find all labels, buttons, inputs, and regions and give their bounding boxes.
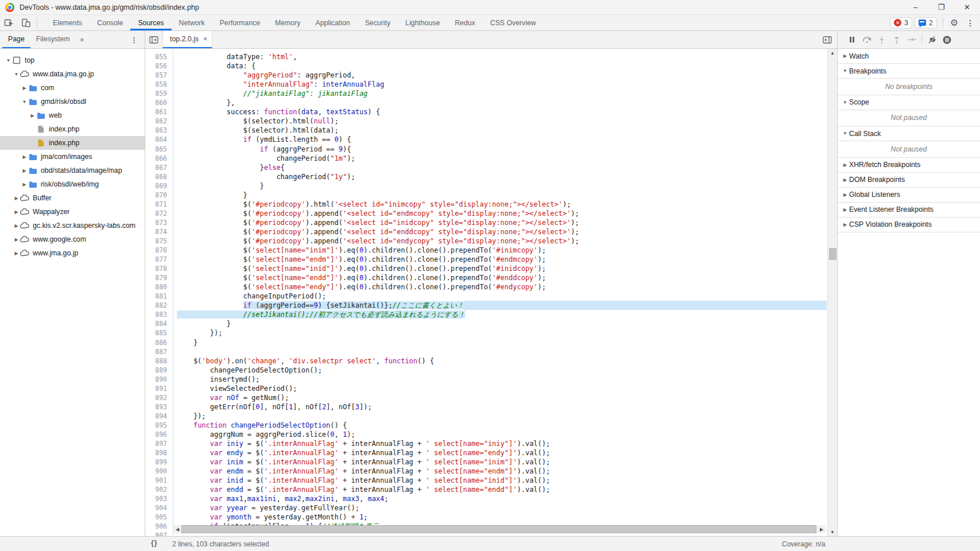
code-line[interactable]: 872 $('#periodcopy').append('<select id=… [145,209,827,218]
tree-item-top[interactable]: ▼top [0,53,145,67]
scroll-down-icon[interactable]: ▼ [828,528,837,536]
code-line[interactable]: 871 $('#periodcopy').html('<select id="i… [145,200,827,209]
line-number[interactable]: 879 [145,273,173,282]
line-number[interactable]: 868 [145,172,173,181]
section-event-listener-breakpoints[interactable]: ▶Event Listener Breakpoints [838,203,980,218]
code-line[interactable]: 885 }); [145,328,827,337]
line-number[interactable]: 881 [145,292,173,301]
tab-security[interactable]: Security [358,15,398,30]
code-line[interactable]: 861 success: function(data, textStatus) … [145,107,827,117]
code-line[interactable]: 891 viewSelectedPeriod(); [145,384,827,393]
line-number[interactable]: 899 [145,457,173,467]
line-number[interactable]: 900 [145,467,173,476]
pause-script-button[interactable] [845,33,859,46]
line-number[interactable]: 878 [145,264,173,273]
tree-expanded-icon[interactable]: ▼ [21,99,28,104]
show-drawer-icon[interactable] [818,31,837,48]
section-collapsed-icon[interactable]: ▶ [841,207,849,212]
code-line[interactable]: 880 $('select[name="endy"]').eq(0).child… [145,282,827,292]
code-line[interactable]: 890 insertymd(); [145,375,827,384]
line-number[interactable]: 905 [145,513,173,522]
line-number[interactable]: 884 [145,319,173,328]
tree-collapsed-icon[interactable]: ▶ [29,113,36,118]
section-expanded-icon[interactable]: ▼ [841,131,849,136]
tab-network[interactable]: Network [172,15,212,30]
settings-gear-icon[interactable]: ⚙ [950,17,958,28]
code-line[interactable]: 896 aggrgNum = aggrgPeriod.slice(0, 1); [145,430,827,439]
code-line[interactable]: 884 } [145,319,827,328]
step-into-button[interactable] [874,33,889,46]
line-number[interactable]: 886 [145,338,173,347]
tree-item-www-data-jma-go-jp[interactable]: ▼www.data.jma.go.jp [0,67,145,81]
tab-performance[interactable]: Performance [212,15,268,30]
close-tab-icon[interactable]: × [203,35,207,43]
tree-item-obd-stats-data-image-map[interactable]: ▶obd/stats/data/image/map [0,164,145,177]
line-number[interactable]: 876 [145,246,173,255]
line-number[interactable]: 858 [145,80,173,89]
tree-collapsed-icon[interactable]: ▶ [13,223,20,228]
tab-elements[interactable]: Elements [45,15,90,30]
code-line[interactable]: 878 $('select[name="inid"]').eq(0).child… [145,264,827,273]
line-number[interactable]: 863 [145,126,173,135]
line-number[interactable]: 855 [145,52,173,61]
code-line[interactable]: 875 $('#periodcopy').append('<select id=… [145,236,827,246]
tab-css-overview[interactable]: CSS Overview [483,15,544,30]
line-number[interactable]: 870 [145,191,173,200]
code-line[interactable]: 857 "aggrgPeriod": aggrgPeriod, [145,71,827,80]
code-line[interactable]: 902 var endd = $('.interAnnualFlag' + in… [145,485,827,494]
line-number[interactable]: 895 [145,421,173,430]
tab-sources[interactable]: Sources [130,15,171,30]
code-line[interactable]: 868 changePeriod("1y"); [145,172,827,181]
line-number[interactable]: 904 [145,503,173,513]
line-number[interactable]: 893 [145,402,173,412]
code-line[interactable]: 855 dataType: 'html', [145,52,827,61]
code-line[interactable]: 887 [145,347,827,356]
code-line[interactable]: 900 var endm = $('.interAnnualFlag' + in… [145,467,827,476]
code-line[interactable]: 898 var endy = $('.interAnnualFlag' + in… [145,448,827,457]
line-number[interactable]: 901 [145,476,173,485]
error-badge[interactable]: ✕ 3 [890,17,912,29]
line-number[interactable]: 906 [145,522,173,531]
tree-item-index-php[interactable]: index.php [0,122,145,136]
tree-item-jma-com-images[interactable]: ▶jma/com/images [0,150,145,164]
line-number[interactable]: 867 [145,163,173,172]
section-call-stack[interactable]: ▼Call Stack [838,126,980,141]
section-collapsed-icon[interactable]: ▶ [841,53,849,59]
line-number[interactable]: 857 [145,71,173,80]
tree-collapsed-icon[interactable]: ▶ [21,86,28,91]
code-line[interactable]: 864 if (ymdList.length == 0) { [145,135,827,144]
navigator-menu-icon[interactable]: ⋮ [130,31,145,48]
section-collapsed-icon[interactable]: ▶ [841,162,849,168]
pretty-print-button[interactable]: {} [151,539,157,547]
file-tab-top-2-0-js[interactable]: top.2.0.js × [162,31,212,48]
tree-collapsed-icon[interactable]: ▶ [21,182,28,187]
code-line[interactable]: 859 //"jikantaiFlag": jikantaiFlag [145,89,827,98]
tree-item-index-php[interactable]: index.php [0,136,145,150]
tree-item-gmd-risk-obsdl[interactable]: ▼gmd/risk/obsdl [0,95,145,108]
code-line[interactable]: 897 var iniy = $('.interAnnualFlag' + in… [145,439,827,448]
inspect-icon[interactable] [0,15,17,30]
section-csp-violation-breakpoints[interactable]: ▶CSP Violation Breakpoints [838,218,980,232]
tab-lighthouse[interactable]: Lighthouse [398,15,447,30]
tree-collapsed-icon[interactable]: ▶ [13,251,20,256]
tree-item-www-jma-go-jp[interactable]: ▶www.jma.go.jp [0,246,145,260]
more-options-icon[interactable]: ⋮ [966,18,974,28]
code-line[interactable]: 876 $('select[name="inim"]').eq(0).child… [145,246,827,255]
code-line[interactable]: 888 $('body').on('change', 'div.selectpr… [145,356,827,366]
scroll-up-icon[interactable]: ▲ [828,49,837,57]
code-line[interactable]: 881 changeInputPeriod(); [145,292,827,301]
line-number[interactable]: 866 [145,154,173,163]
code-line[interactable]: 883 //setJikantai();//初アクセスでも必ず読み込まれるように… [145,310,827,319]
code-line[interactable]: 874 $('#periodcopy').append('<select id=… [145,227,827,236]
tree-collapsed-icon[interactable]: ▶ [13,209,20,215]
code-line[interactable]: 892 var nOf = getNum(); [145,393,827,402]
code-line[interactable]: 893 getErr(nOf[0], nOf[1], nOf[2], nOf[3… [145,402,827,412]
line-number[interactable]: 864 [145,135,173,144]
step-button[interactable] [904,33,919,46]
code-line[interactable]: 903 var max1,max1ini, max2,max2ini, max3… [145,494,827,503]
line-number[interactable]: 891 [145,384,173,393]
line-number[interactable]: 882 [145,301,173,310]
tree-item-buffer[interactable]: ▶Buffer [0,191,145,205]
hide-navigator-icon[interactable] [145,31,162,48]
minimize-button[interactable]: – [902,0,928,14]
